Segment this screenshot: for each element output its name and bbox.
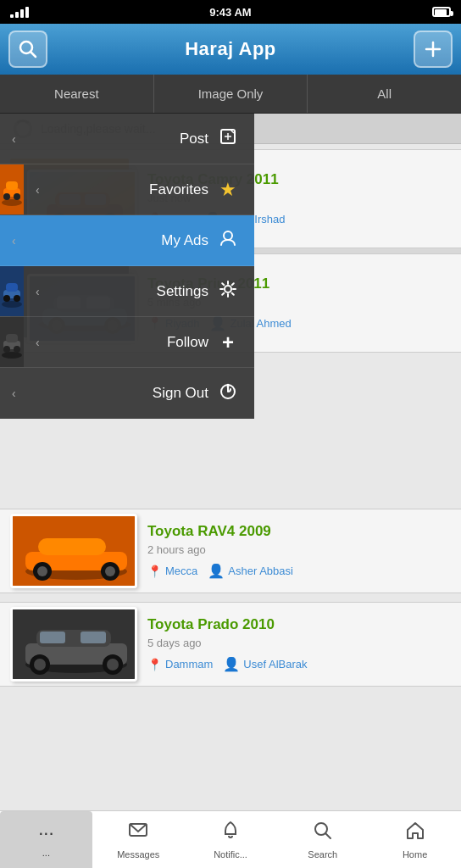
- car-location-3: 📍 Mecca 👤 Asher Abbasi: [147, 563, 451, 579]
- message-icon: [128, 821, 148, 846]
- search-button[interactable]: [8, 31, 47, 68]
- svg-line-74: [325, 833, 330, 838]
- bottom-nav-messages[interactable]: Messages: [92, 811, 185, 868]
- myads-icon: [217, 229, 239, 252]
- battery-icon: [432, 7, 451, 17]
- follow-icon: +: [217, 331, 239, 354]
- menu-label-signout: Sign Out: [34, 385, 208, 402]
- home-label: Home: [403, 849, 427, 860]
- car-time-3: 2 hours ago: [147, 543, 451, 556]
- menu-item-post[interactable]: ‹ Post: [0, 114, 254, 164]
- user-icon-4: 👤: [223, 656, 240, 672]
- svg-point-42: [3, 295, 10, 302]
- pin-icon-4: 📍: [147, 658, 162, 671]
- menu-item-myads[interactable]: ‹ My Ads: [0, 215, 254, 266]
- menu-label-settings: Settings: [34, 283, 208, 300]
- header: Haraj App: [0, 24, 461, 75]
- svg-rect-56: [38, 538, 106, 555]
- car-item-3[interactable]: Toyota RAV4 2009 2 hours ago 📍 Mecca 👤 A…: [0, 509, 461, 593]
- svg-point-49: [3, 346, 10, 353]
- svg-point-58: [37, 566, 47, 576]
- svg-rect-65: [40, 632, 65, 643]
- menu-label-favorites: Favorites: [34, 181, 208, 198]
- car-city-3: Mecca: [165, 565, 197, 577]
- svg-point-68: [34, 659, 46, 670]
- svg-point-39: [2, 301, 22, 308]
- car-location-4: 📍 Dammam 👤 Usef AlBarak: [147, 656, 451, 672]
- status-bar: 9:43 AM: [0, 0, 461, 24]
- svg-point-37: [224, 231, 232, 240]
- svg-rect-48: [6, 334, 18, 342]
- menu-item-settings[interactable]: ‹ Settings: [0, 266, 254, 317]
- svg-rect-34: [6, 181, 18, 190]
- settings-icon: [217, 280, 239, 303]
- car-city-4: Dammam: [165, 658, 213, 670]
- car-user-3: Asher Abbasi: [228, 565, 293, 577]
- messages-label: Messages: [117, 849, 159, 860]
- svg-point-70: [107, 659, 119, 670]
- car-title-4: Toyota Prado 2010: [147, 616, 451, 633]
- menu-item-signout[interactable]: ‹ Sign Out: [0, 368, 254, 419]
- svg-rect-66: [81, 632, 106, 643]
- search-nav-icon: [313, 821, 333, 846]
- bottom-nav: ··· ... Messages Notific... Sea: [0, 810, 461, 868]
- tab-nearest[interactable]: Nearest: [0, 75, 154, 113]
- svg-point-35: [3, 193, 10, 200]
- menu-label-myads: My Ads: [34, 232, 208, 249]
- car-info-3: Toyota RAV4 2009 2 hours ago 📍 Mecca 👤 A…: [147, 523, 451, 579]
- home-icon: [405, 821, 425, 846]
- signout-icon: [217, 382, 239, 405]
- post-icon: [217, 127, 239, 150]
- car-time-4: 5 days ago: [147, 637, 451, 649]
- menu-label-follow: Follow: [34, 334, 208, 351]
- notifications-label: Notific...: [214, 849, 247, 860]
- mini-car-thumb-1: [0, 164, 24, 215]
- svg-point-46: [2, 352, 22, 359]
- svg-point-36: [14, 193, 20, 200]
- svg-point-44: [225, 286, 231, 292]
- svg-line-1: [31, 52, 36, 57]
- svg-point-50: [14, 346, 20, 353]
- chevron-icon-settings: ‹: [36, 285, 40, 298]
- time-display: 9:43 AM: [209, 6, 251, 19]
- car-user-4: Usef AlBarak: [243, 658, 307, 670]
- tab-all[interactable]: All: [308, 75, 461, 113]
- more-icon: ···: [38, 822, 53, 844]
- bottom-nav-search[interactable]: Search: [276, 811, 369, 868]
- menu-item-follow[interactable]: ‹ Follow +: [0, 317, 254, 368]
- tab-image-only[interactable]: Image Only: [154, 75, 308, 113]
- chevron-icon-favorites: ‹: [36, 183, 40, 197]
- svg-point-32: [2, 199, 22, 206]
- favorites-icon: ★: [217, 179, 239, 201]
- chevron-icon-post: ‹: [12, 132, 16, 146]
- more-label: ...: [42, 848, 50, 858]
- car-item-4[interactable]: Toyota Prado 2010 5 days ago 📍 Dammam 👤 …: [0, 602, 461, 687]
- add-button[interactable]: [414, 31, 453, 68]
- svg-point-60: [105, 566, 115, 576]
- pin-icon-3: 📍: [147, 565, 162, 578]
- mini-car-thumb-2: [0, 266, 24, 317]
- car-image-4: [10, 607, 137, 682]
- svg-point-43: [14, 295, 20, 302]
- car-image-3: [10, 514, 137, 588]
- dropdown-menu: ‹ Post ‹ Favorites ★ ‹: [0, 114, 254, 419]
- notifications-icon: [220, 821, 241, 846]
- bottom-nav-more[interactable]: ··· ...: [0, 811, 92, 868]
- menu-item-favorites[interactable]: ‹ Favorites ★: [0, 164, 254, 215]
- signal-icon: [10, 7, 29, 18]
- svg-rect-41: [6, 283, 18, 292]
- user-icon-3: 👤: [208, 563, 225, 579]
- chevron-icon-myads: ‹: [12, 234, 16, 248]
- car-info-4: Toyota Prado 2010 5 days ago 📍 Dammam 👤 …: [147, 616, 451, 672]
- tab-bar: Nearest Image Only All: [0, 75, 461, 114]
- app-title: Haraj App: [185, 38, 276, 60]
- bottom-nav-home[interactable]: Home: [369, 811, 461, 868]
- chevron-icon-signout: ‹: [12, 387, 16, 400]
- search-nav-label: Search: [308, 849, 337, 860]
- car-title-3: Toyota RAV4 2009: [147, 523, 451, 540]
- bottom-nav-notifications[interactable]: Notific...: [185, 811, 277, 868]
- mini-car-thumb-3: [0, 317, 24, 368]
- chevron-icon-follow: ‹: [36, 336, 40, 349]
- menu-label-post: Post: [34, 131, 208, 147]
